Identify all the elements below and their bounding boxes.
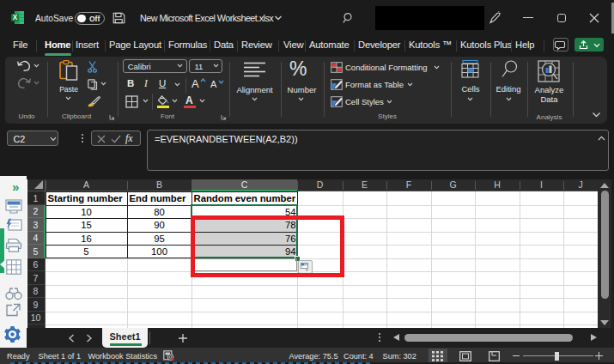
svg-text:X: X <box>13 14 18 21</box>
